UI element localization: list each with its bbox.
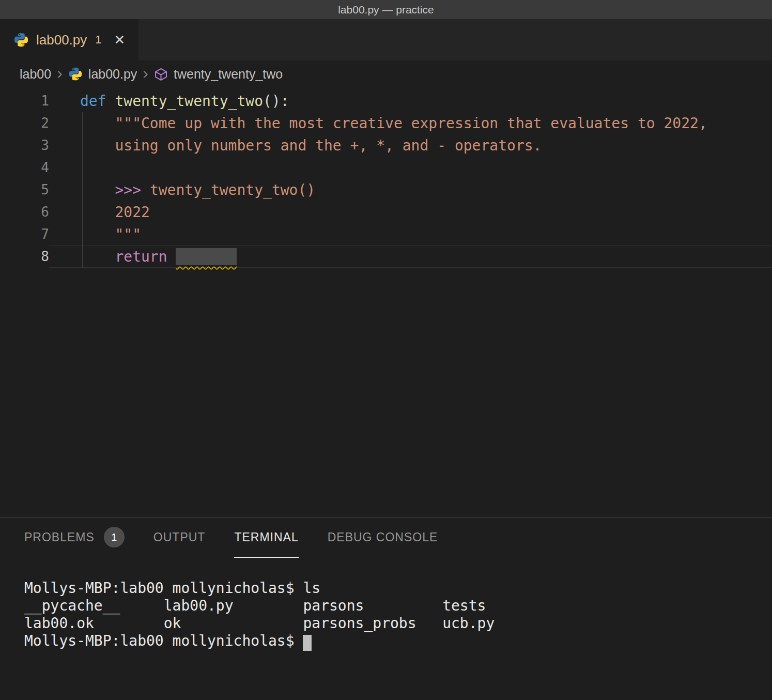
code-segment: using only numbers and the +, *, and - o… (115, 137, 542, 154)
problems-count-badge: 1 (104, 527, 125, 547)
chevron-right-icon: › (143, 65, 148, 81)
code-line[interactable]: 3 using only numbers and the +, *, and -… (0, 134, 772, 157)
code-segment (80, 226, 115, 243)
editor-lines: 1def twenty_twenty_two():2 """Come up wi… (0, 90, 772, 268)
terminal-cursor (303, 635, 312, 651)
panel-tab-debug-console[interactable]: DEBUG CONSOLE (328, 518, 438, 558)
code-segment (80, 181, 115, 199)
line-number[interactable]: 4 (0, 157, 49, 179)
bottom-panel: PROBLEMS1OUTPUTTERMINALDEBUG CONSOLE Mol… (0, 517, 772, 700)
chevron-right-icon: › (57, 65, 63, 81)
terminal-line: __pycache__ lab00.py parsons tests (24, 597, 772, 615)
breadcrumb-folder[interactable]: lab00 (20, 67, 51, 82)
code-text: """ (49, 223, 772, 246)
line-number[interactable]: 7 (0, 223, 49, 246)
code-text: 2022 (49, 201, 772, 223)
code-line[interactable]: 8 return (0, 246, 772, 268)
code-line[interactable]: 4 (0, 157, 772, 179)
python-icon (13, 32, 29, 48)
code-segment: return (115, 248, 167, 265)
terminal-output[interactable]: Mollys-MBP:lab00 mollynicholas$ ls__pyca… (0, 558, 772, 650)
code-segment (167, 248, 176, 265)
line-number[interactable]: 3 (0, 134, 49, 157)
code-editor[interactable]: 1def twenty_twenty_two():2 """Come up wi… (0, 87, 772, 517)
code-segment: (): (263, 93, 289, 110)
panel-tab-label: OUTPUT (153, 530, 206, 544)
indent-guide (82, 112, 83, 268)
code-text: using only numbers and the +, *, and - o… (49, 134, 772, 157)
code-segment (80, 137, 115, 154)
line-number[interactable]: 8 (0, 246, 49, 268)
panel-tab-problems[interactable]: PROBLEMS1 (24, 518, 125, 558)
terminal-text: lab00.ok ok parsons_probs ucb.py (24, 615, 495, 632)
code-text: >>> twenty_twenty_two() (49, 179, 772, 201)
line-number[interactable]: 5 (0, 179, 49, 201)
breadcrumb-symbol[interactable]: twenty_twenty_two (174, 67, 283, 82)
line-number[interactable]: 6 (0, 201, 49, 223)
tab-lab00-py[interactable]: lab00.py 1 ✕ (0, 19, 138, 60)
code-text: def twenty_twenty_two(): (49, 90, 772, 112)
code-segment (106, 93, 115, 110)
code-segment: def (80, 93, 106, 110)
code-segment (80, 115, 115, 132)
terminal-text: __pycache__ lab00.py parsons tests (24, 597, 486, 614)
close-icon[interactable]: ✕ (114, 33, 126, 47)
code-segment (80, 248, 115, 265)
terminal-line: Mollys-MBP:lab00 mollynicholas$ (24, 632, 772, 650)
code-text: return (49, 246, 772, 268)
code-line[interactable]: 1def twenty_twenty_two(): (0, 90, 772, 112)
code-text (49, 157, 772, 179)
window-titlebar: lab00.py — practice (0, 0, 772, 19)
code-segment: """ (115, 226, 141, 243)
panel-tab-label: DEBUG CONSOLE (328, 530, 438, 544)
panel-tab-output[interactable]: OUTPUT (153, 518, 206, 558)
window-title: lab00.py — practice (338, 4, 434, 16)
code-segment: twenty_twenty_two() (150, 181, 315, 199)
panel-tab-label: TERMINAL (234, 530, 298, 544)
code-line[interactable]: 5 >>> twenty_twenty_two() (0, 179, 772, 201)
python-icon (68, 67, 83, 81)
terminal-line: Mollys-MBP:lab00 mollynicholas$ ls (24, 580, 772, 597)
panel-tab-terminal[interactable]: TERMINAL (234, 518, 298, 558)
line-number[interactable]: 1 (0, 90, 49, 112)
code-segment: >>> (115, 181, 149, 199)
tab-filename: lab00.py (36, 32, 87, 48)
terminal-text: Mollys-MBP:lab00 mollynicholas$ (24, 632, 303, 649)
breadcrumb: lab00 › lab00.py › twenty_twenty_two (0, 60, 772, 87)
tab-bar: lab00.py 1 ✕ (0, 19, 772, 60)
terminal-line: lab00.ok ok parsons_probs ucb.py (24, 615, 772, 632)
code-line[interactable]: 7 """ (0, 223, 772, 246)
code-segment: 2022 (115, 204, 149, 221)
code-segment (80, 204, 115, 221)
panel-tab-label: PROBLEMS (24, 530, 95, 544)
symbol-namespace-icon (154, 67, 168, 81)
tab-problem-count: 1 (95, 33, 101, 47)
panel-tab-bar: PROBLEMS1OUTPUTTERMINALDEBUG CONSOLE (0, 518, 772, 558)
code-text: """Come up with the most creative expres… (49, 112, 772, 134)
terminal-text: Mollys-MBP:lab00 mollynicholas$ ls (24, 580, 320, 597)
line-number[interactable]: 2 (0, 112, 49, 134)
breadcrumb-file[interactable]: lab00.py (88, 67, 137, 82)
code-line[interactable]: 2 """Come up with the most creative expr… (0, 112, 772, 134)
code-line[interactable]: 6 2022 (0, 201, 772, 223)
code-segment: twenty_twenty_two (115, 93, 263, 110)
code-segment: """Come up with the most creative expres… (115, 115, 707, 132)
warning-squiggle-box (176, 248, 237, 265)
